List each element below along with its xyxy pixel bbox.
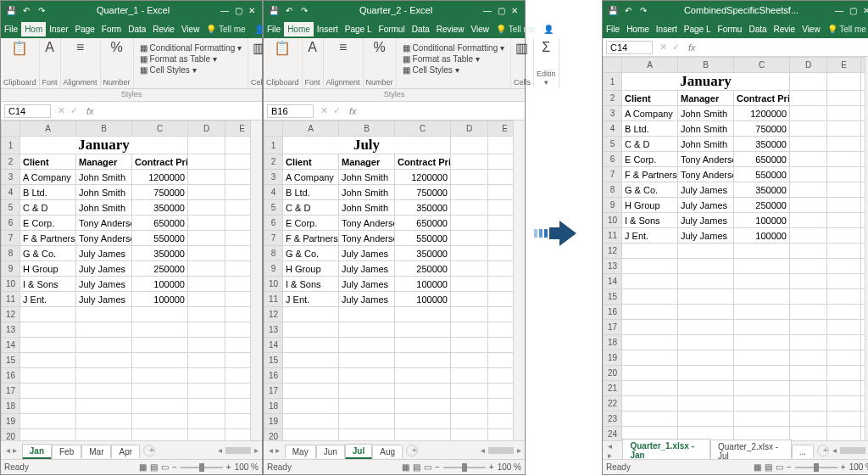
row-header-13[interactable]: 13 — [264, 322, 283, 338]
cell[interactable] — [488, 170, 514, 185]
cell[interactable]: 750000 — [132, 185, 188, 200]
view-normal-icon[interactable]: ▦ — [402, 462, 409, 472]
cell[interactable] — [790, 381, 827, 396]
cell-styles-button[interactable]: ▦Cell Styles ▾ — [403, 65, 459, 75]
cell[interactable] — [20, 307, 76, 322]
row-header-6[interactable]: 6 — [264, 216, 283, 231]
cell[interactable] — [790, 106, 827, 121]
close-icon[interactable]: ✕ — [509, 6, 520, 15]
font-icon[interactable]: A — [42, 40, 58, 55]
cell[interactable] — [678, 366, 734, 381]
cell[interactable]: I & Sons — [283, 277, 339, 292]
align-icon[interactable]: ≡ — [326, 40, 360, 55]
ribbon-tab-form[interactable]: Form — [98, 22, 125, 36]
cell[interactable] — [76, 384, 132, 399]
maximize-icon[interactable]: ▢ — [848, 6, 858, 15]
col-header-C[interactable]: C — [395, 121, 451, 137]
cell[interactable]: John Smith — [678, 121, 734, 137]
cell[interactable]: C & D — [283, 200, 339, 216]
cell[interactable] — [225, 277, 251, 292]
cell[interactable]: Tony Anderson — [339, 216, 395, 231]
cell[interactable] — [132, 338, 188, 353]
enter-fx-icon[interactable]: ✓ — [333, 105, 341, 116]
cell[interactable]: 350000 — [734, 182, 790, 198]
cell[interactable] — [132, 307, 188, 322]
cell[interactable] — [790, 182, 827, 198]
cell[interactable]: Contract Price — [395, 154, 451, 170]
cell[interactable] — [451, 261, 488, 277]
cell[interactable] — [678, 381, 734, 396]
cell[interactable] — [861, 259, 865, 274]
cell[interactable] — [861, 381, 865, 396]
cell[interactable] — [188, 277, 225, 292]
cell[interactable] — [622, 381, 678, 396]
cell[interactable] — [76, 322, 132, 338]
row-header-6[interactable]: 6 — [604, 152, 622, 167]
cell[interactable] — [225, 414, 251, 429]
ribbon-tab-data[interactable]: Data — [409, 22, 433, 36]
cell[interactable] — [827, 228, 861, 244]
ribbon-tab-file[interactable]: File — [603, 22, 623, 36]
save-icon[interactable]: 💾 — [269, 6, 279, 15]
cell[interactable] — [188, 216, 225, 231]
cell[interactable] — [395, 414, 451, 429]
cell[interactable]: 350000 — [395, 200, 451, 216]
row-header-17[interactable]: 17 — [2, 384, 20, 399]
add-sheet-button[interactable]: + — [143, 445, 155, 456]
cell[interactable] — [790, 274, 827, 289]
cell[interactable]: John Smith — [339, 170, 395, 185]
cell[interactable] — [395, 338, 451, 353]
cell[interactable] — [827, 259, 861, 274]
ribbon-tab-page l[interactable]: Page L — [681, 22, 715, 36]
cell[interactable] — [339, 414, 395, 429]
cell[interactable] — [188, 429, 225, 441]
row-header-19[interactable]: 19 — [604, 350, 622, 366]
row-header-16[interactable]: 16 — [2, 368, 20, 384]
fx-icon[interactable]: fx — [81, 106, 99, 116]
row-header-24[interactable]: 24 — [604, 427, 622, 441]
cell[interactable]: I & Sons — [20, 277, 76, 292]
cell[interactable]: July James — [339, 261, 395, 277]
cell[interactable] — [225, 429, 251, 441]
cell[interactable]: 650000 — [132, 216, 188, 231]
cell[interactable] — [678, 396, 734, 412]
cell[interactable] — [790, 73, 827, 91]
cell[interactable] — [225, 322, 251, 338]
cell[interactable]: 250000 — [734, 198, 790, 213]
cell[interactable] — [76, 414, 132, 429]
cell[interactable]: 1200000 — [395, 170, 451, 185]
cell[interactable] — [225, 246, 251, 261]
cell[interactable]: 350000 — [395, 246, 451, 261]
row-header-7[interactable]: 7 — [604, 167, 622, 182]
cell[interactable] — [283, 322, 339, 338]
cell[interactable] — [132, 429, 188, 441]
row-header-8[interactable]: 8 — [2, 246, 20, 261]
cell[interactable] — [488, 368, 514, 384]
row-header-13[interactable]: 13 — [2, 322, 20, 338]
cell[interactable] — [451, 292, 488, 307]
view-break-icon[interactable]: ▭ — [161, 462, 169, 472]
row-header-10[interactable]: 10 — [2, 277, 20, 292]
cell[interactable]: 250000 — [132, 261, 188, 277]
zoom-in-icon[interactable]: + — [489, 462, 494, 472]
cell[interactable] — [451, 185, 488, 200]
format-as-table-button[interactable]: ▦Format as Table ▾ — [140, 54, 217, 64]
cell[interactable] — [451, 231, 488, 246]
ribbon-tab-revie[interactable]: Revie — [149, 22, 178, 36]
cell[interactable]: 100000 — [132, 277, 188, 292]
cell[interactable] — [225, 307, 251, 322]
cell[interactable] — [861, 427, 865, 441]
cell[interactable]: F & Partners — [622, 167, 678, 182]
row-header-3[interactable]: 3 — [604, 106, 622, 121]
cell[interactable] — [451, 368, 488, 384]
cancel-fx-icon[interactable]: ✕ — [659, 42, 667, 53]
cell[interactable] — [132, 399, 188, 414]
cell[interactable] — [734, 381, 790, 396]
cell[interactable] — [734, 244, 790, 259]
col-header-D[interactable]: D — [188, 121, 225, 137]
tell-me-button[interactable]: 💡 Tell me — [824, 22, 868, 36]
cell[interactable]: 750000 — [395, 185, 451, 200]
cell[interactable] — [861, 91, 865, 106]
cell[interactable] — [861, 121, 865, 137]
formula-input[interactable] — [701, 40, 868, 54]
